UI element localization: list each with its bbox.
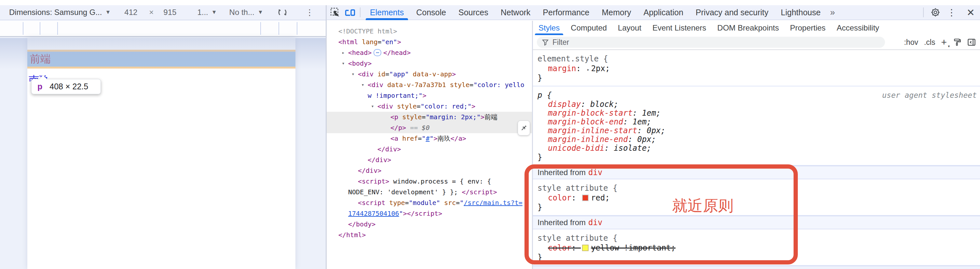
tab-memory[interactable]: Memory	[595, 5, 637, 19]
style-rule[interactable]: style attribute {color: yellow !importan…	[533, 229, 980, 266]
disclosure-triangle-icon[interactable]: ▾	[350, 69, 356, 79]
dom-tree-node[interactable]: <a href="#">南玖</a>	[327, 133, 532, 144]
css-declaration[interactable]: margin-inline-end: 0px;	[538, 135, 980, 144]
gear-icon[interactable]	[929, 6, 942, 19]
dom-tree-node[interactable]: w !important;">	[327, 90, 532, 101]
css-declaration[interactable]: margin-block-end: 1em;	[538, 118, 980, 127]
dom-tree-node[interactable]: </p> == $0	[327, 122, 532, 133]
code-token: "	[422, 134, 426, 142]
disclosure-triangle-icon[interactable]: ▾	[359, 79, 366, 90]
paint-roller-icon[interactable]	[953, 38, 961, 46]
subtab-layout[interactable]: Layout	[612, 21, 647, 35]
subtab-styles[interactable]: Styles	[533, 21, 565, 35]
subtab-event-listeners[interactable]: Event Listeners	[647, 21, 711, 35]
device-select[interactable]: Dimensions: Samsung G...	[9, 8, 102, 17]
tab-network[interactable]: Network	[495, 5, 537, 19]
css-declaration[interactable]: margin: ▸2px;	[538, 64, 980, 73]
zoom-select[interactable]: 1...	[197, 8, 208, 17]
subtab-properties[interactable]: Properties	[784, 21, 831, 35]
elements-tree: <!DOCTYPE html><html lang="en">▸<head>⋯<…	[327, 21, 532, 269]
rotate-icon[interactable]	[276, 6, 289, 19]
subtab-dom-breakpoints[interactable]: DOM Breakpoints	[712, 21, 784, 35]
dom-tree-node[interactable]: <!DOCTYPE html>	[327, 26, 532, 37]
code-token: "module"	[409, 199, 440, 207]
disclosure-triangle-icon[interactable]: ▾	[340, 58, 347, 69]
page-paragraph-text: 前端	[27, 52, 51, 66]
dom-tree-node[interactable]: ▾<body>	[327, 58, 532, 69]
dom-tree-node[interactable]: <script> window.process = { env: {	[327, 176, 532, 187]
chevron-down-icon[interactable]: ▼	[105, 9, 111, 16]
kebab-menu-icon[interactable]: ⋮	[942, 7, 961, 18]
css-declaration[interactable]: margin-block-start: 1em;	[538, 109, 980, 118]
device-width-input[interactable]: 412	[124, 8, 137, 17]
code-token: >	[480, 113, 484, 121]
device-height-input[interactable]: 915	[163, 8, 177, 17]
device-toolbar-toggle-icon[interactable]	[344, 6, 356, 19]
dom-tree-node[interactable]: <script type="module" src="/src/main.ts?…	[327, 198, 532, 208]
tab-application[interactable]: Application	[637, 5, 689, 19]
toggle-class-button[interactable]: .cls	[924, 38, 935, 47]
new-style-rule-button[interactable]: +	[941, 37, 947, 48]
dom-tree-node[interactable]: ▸<head>⋯</head>	[327, 47, 532, 58]
dom-tree-node[interactable]: ▾<div style="color: red;">	[327, 101, 532, 112]
disclosure-triangle-icon[interactable]: ▸	[340, 47, 347, 58]
css-declaration[interactable]: color: yellow !important;	[538, 243, 980, 253]
collapsed-children-icon[interactable]: ⋯	[374, 49, 381, 56]
dom-tree-node[interactable]: </div>	[327, 144, 532, 155]
style-rule[interactable]: element.style {margin: ▸2px;}	[533, 50, 980, 86]
dom-tree-node[interactable]: </div>	[327, 165, 532, 176]
style-rule[interactable]: style attribute {color: red;}	[533, 179, 980, 216]
code-token: <p	[390, 113, 398, 121]
dom-tree-node[interactable]: <p style="margin: 2px;">前端	[327, 112, 532, 122]
media-query-mark	[278, 22, 279, 35]
tab-performance[interactable]: Performance	[536, 5, 595, 19]
tab-lighthouse[interactable]: Lighthouse	[775, 5, 827, 19]
dock-sidebar-icon[interactable]	[967, 38, 976, 47]
inherited-node-link[interactable]: div	[588, 218, 602, 227]
color-swatch[interactable]	[582, 245, 589, 251]
tab-sources[interactable]: Sources	[452, 5, 495, 19]
top-band	[0, 0, 980, 5]
chevron-down-icon[interactable]: ▼	[258, 9, 263, 16]
code-token: href	[398, 134, 418, 142]
code-token: style	[446, 81, 469, 89]
dom-tree-node[interactable]: </body>	[327, 219, 532, 230]
emulated-page[interactable]: 前端 南玖 p 408 × 22.5	[27, 38, 296, 269]
inherited-node-link[interactable]: div	[588, 168, 602, 177]
dom-tree-node[interactable]: </html>	[327, 230, 532, 241]
css-declaration[interactable]: unicode-bidi: isolate;	[538, 144, 980, 153]
tab-privacy-and-security[interactable]: Privacy and security	[689, 5, 775, 19]
devtools-window: Dimensions: Samsung G... ▼ 412 × 915 1..…	[0, 0, 980, 269]
style-rule[interactable]: p {user agent stylesheetdisplay: block;m…	[533, 86, 980, 166]
color-swatch[interactable]	[582, 195, 589, 201]
close-icon[interactable]: ✕	[961, 7, 980, 18]
inspect-element-icon[interactable]	[329, 6, 342, 19]
dom-tree-node[interactable]: </div>	[327, 155, 532, 165]
dom-tree-node[interactable]: ▾<div data-v-7a7a37b1 style="color: yell…	[327, 79, 532, 90]
dom-tree-node[interactable]: <html lang="en">	[327, 37, 532, 47]
subtab-computed[interactable]: Computed	[565, 21, 612, 35]
css-declaration[interactable]: color: red;	[538, 193, 980, 203]
css-declaration[interactable]: margin-inline-start: 0px;	[538, 127, 980, 135]
disclosure-triangle-icon[interactable]: ▾	[369, 101, 376, 112]
more-tabs-icon[interactable]: »	[827, 5, 838, 19]
chevron-down-icon[interactable]: ▼	[212, 9, 217, 16]
rule-selector: style attribute {	[538, 234, 617, 243]
filter-input[interactable]: Filter	[537, 37, 885, 48]
css-declaration[interactable]: display: block;	[538, 100, 980, 109]
media-query-mark	[40, 22, 40, 35]
tooltip-tag: p	[37, 82, 42, 91]
dom-tree-node[interactable]: ▾<div id="app" data-v-app>	[327, 69, 532, 79]
tab-console[interactable]: Console	[410, 5, 452, 19]
dom-tree-node[interactable]: NODE_ENV: 'development' } }; </script>	[327, 187, 532, 198]
media-query-bar[interactable]	[0, 21, 326, 37]
code-token: 1744287504106	[348, 210, 399, 217]
toggle-hover-state-button[interactable]: :hov	[904, 38, 918, 47]
dom-tree-node[interactable]: 1744287504106"></script>	[327, 208, 532, 219]
selected-element-badge[interactable]	[518, 120, 530, 136]
kebab-menu-icon[interactable]: ⋮	[305, 8, 314, 17]
subtab-accessibility[interactable]: Accessibility	[831, 21, 885, 35]
throttling-select[interactable]: No th...	[229, 8, 255, 17]
code-token: <head>	[348, 49, 372, 57]
tab-elements[interactable]: Elements	[364, 5, 410, 19]
